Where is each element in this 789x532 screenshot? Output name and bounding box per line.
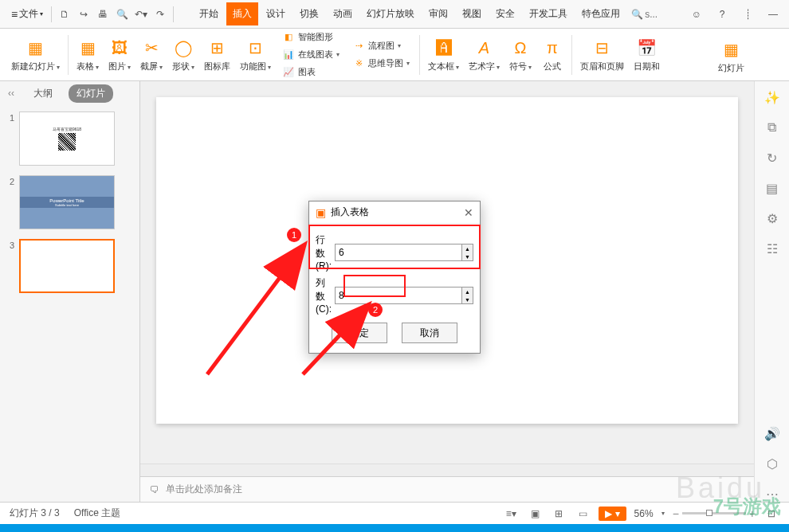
slide-thumb-3[interactable] (19, 239, 115, 293)
search-box[interactable]: 🔍 (631, 9, 677, 20)
app-window: ≡ 文件 ▾ 🗋 ↪ 🖶 🔍 ↶▾ ↷ 开始 插入 设计 切换 动画 幻灯片放映… (0, 0, 789, 524)
design-icon[interactable]: ✨ (764, 89, 780, 105)
ribbon-overflow[interactable]: ▦ 幻灯片 (713, 35, 749, 77)
notes-toggle-icon[interactable]: ≡▾ (503, 506, 519, 522)
reading-view-icon[interactable]: ▭ (575, 506, 591, 522)
zoom-out-icon[interactable]: − (673, 507, 679, 520)
sorter-view-icon[interactable]: ⊞ (551, 506, 567, 522)
header-footer-icon: ⊟ (591, 37, 614, 59)
rows-label: 行数(R): (316, 233, 332, 272)
rows-spinbox[interactable]: ▲▼ (335, 244, 473, 261)
redo-icon[interactable]: ↷ (151, 5, 170, 24)
formula-button[interactable]: π 公式 (536, 33, 568, 76)
datetime-button[interactable]: 📅 日期和 (629, 33, 665, 76)
dialog-body: 行数(R): ▲▼ 列数(C): ▲▼ 确定 取消 (309, 224, 480, 353)
tab-slideshow[interactable]: 幻灯片放映 (360, 2, 421, 25)
shapes-button[interactable]: ◯ 形状 (167, 33, 199, 76)
slides-tab[interactable]: 幻灯片 (69, 84, 113, 103)
tab-security[interactable]: 安全 (489, 2, 521, 25)
zoom-in-icon[interactable]: + (749, 507, 756, 520)
save-icon[interactable]: 🗋 (55, 5, 74, 24)
textbox-button[interactable]: 🅰 文本框 (423, 33, 464, 76)
normal-view-icon[interactable]: ▣ (527, 506, 543, 522)
dialog-titlebar[interactable]: ▣ 插入表格 ✕ (309, 201, 480, 224)
function-chart-button[interactable]: ⊡ 功能图 (235, 33, 276, 76)
new-slide-button[interactable]: ▦ 新建幻灯片 (6, 33, 65, 76)
notes-input[interactable]: 🗨 单击此处添加备注 (140, 476, 754, 502)
zoom-level[interactable]: 56% (634, 508, 654, 519)
search-input[interactable] (645, 9, 677, 20)
flow-button[interactable]: ⇢流程图▾ (349, 38, 413, 54)
tab-insert[interactable]: 插入 (226, 2, 258, 25)
preview-icon[interactable]: 🔍 (112, 5, 132, 24)
slide-thumb-1[interactable]: 马哥百宝箱9618 (19, 111, 115, 166)
cols-spinbox[interactable]: ▲▼ (335, 287, 473, 304)
table-button[interactable]: ▦ 表格 (72, 33, 104, 76)
feedback-icon[interactable]: ☺ (687, 5, 706, 24)
ok-button[interactable]: 确定 (332, 323, 387, 343)
history-icon[interactable]: ↻ (764, 150, 780, 166)
chevron-down-icon[interactable]: ▾ (661, 510, 665, 517)
separator (419, 35, 420, 75)
file-menu-label: 文件 (19, 7, 38, 21)
icon-library-icon: ⊞ (206, 37, 229, 59)
tab-review[interactable]: 审阅 (422, 2, 454, 25)
outline-tab[interactable]: 大纲 (26, 84, 61, 103)
textbox-label: 文本框 (428, 61, 459, 72)
export-icon[interactable]: ↪ (74, 5, 93, 24)
print-icon[interactable]: 🖶 (93, 5, 112, 24)
diagram-stack: ⇢流程图▾ ※思维导图▾ (346, 35, 416, 75)
wordart-button[interactable]: A 艺术字 (464, 33, 504, 76)
cancel-button[interactable]: 取消 (402, 323, 457, 343)
collapse-panel-button[interactable]: ‹‹ (8, 88, 14, 99)
picture-button[interactable]: 🖼 图片 (104, 33, 135, 76)
rows-input[interactable] (336, 244, 461, 260)
app-menu-button[interactable]: ≡ 文件 ▾ (6, 4, 48, 24)
dialog-actions: 确定 取消 (316, 323, 473, 343)
smart-graphics-button[interactable]: ◧智能图形 (279, 29, 343, 45)
minimize-icon[interactable]: — (763, 5, 783, 24)
zoom-slider[interactable]: − + (673, 507, 756, 520)
settings-icon[interactable]: ⚙ (764, 210, 780, 226)
layout-icon[interactable]: ▤ (764, 180, 780, 196)
more-icon[interactable]: ⋯ (764, 486, 780, 502)
chart-button[interactable]: 📈图表 (279, 65, 343, 80)
spin-down-icon[interactable]: ▼ (462, 295, 473, 303)
statusbar: 幻灯片 3 / 3 Office 主题 ≡▾ ▣ ⊞ ▭ ▶ ▾ 56% ▾ −… (0, 502, 789, 524)
spin-up-icon[interactable]: ▲ (462, 244, 473, 252)
cols-input[interactable] (336, 288, 461, 303)
header-footer-button[interactable]: ⊟ 页眉和页脚 (575, 33, 629, 76)
help-icon[interactable]: ? (712, 5, 732, 24)
online-chart-button[interactable]: 📊在线图表▾ (279, 47, 343, 63)
undo-icon[interactable]: ↶▾ (132, 5, 151, 24)
spin-down-icon[interactable]: ▼ (462, 252, 473, 260)
tab-transition[interactable]: 切换 (293, 2, 325, 25)
template-icon[interactable]: ⧉ (764, 119, 780, 135)
mindmap-button[interactable]: ※思维导图▾ (349, 56, 413, 72)
thumb-row: 3 (6, 239, 133, 293)
tab-start[interactable]: 开始 (193, 2, 225, 25)
zoom-thumb[interactable] (706, 510, 712, 516)
tab-design[interactable]: 设计 (260, 2, 292, 25)
close-icon[interactable]: ✕ (464, 206, 473, 219)
tab-special[interactable]: 特色应用 (575, 2, 626, 25)
tab-view[interactable]: 视图 (456, 2, 488, 25)
shield-icon[interactable]: ⬡ (764, 456, 780, 471)
icon-library-button[interactable]: ⊞ 图标库 (199, 33, 235, 76)
zoom-track[interactable] (682, 512, 746, 514)
slideshow-button[interactable]: ▶ ▾ (599, 507, 626, 521)
horizontal-scrollbar[interactable] (140, 464, 754, 476)
screenshot-button[interactable]: ✂ 截屏 (135, 33, 167, 76)
symbol-button[interactable]: Ω 符号 (504, 33, 536, 76)
tab-animation[interactable]: 动画 (327, 2, 359, 25)
screenshot-icon: ✂ (140, 37, 163, 59)
cols-spin-buttons[interactable]: ▲▼ (461, 288, 473, 303)
library-icon[interactable]: ☷ (764, 241, 780, 256)
spin-up-icon[interactable]: ▲ (462, 288, 473, 295)
tab-devtools[interactable]: 开发工具 (523, 2, 574, 25)
fit-icon[interactable]: ⊡ (763, 506, 779, 522)
new-slide-icon: ▦ (25, 37, 47, 59)
slide-thumb-2[interactable]: PowerPoint Title Subtitle text here (19, 175, 115, 229)
rows-spin-buttons[interactable]: ▲▼ (461, 244, 473, 260)
sound-icon[interactable]: 🔊 (764, 425, 780, 441)
